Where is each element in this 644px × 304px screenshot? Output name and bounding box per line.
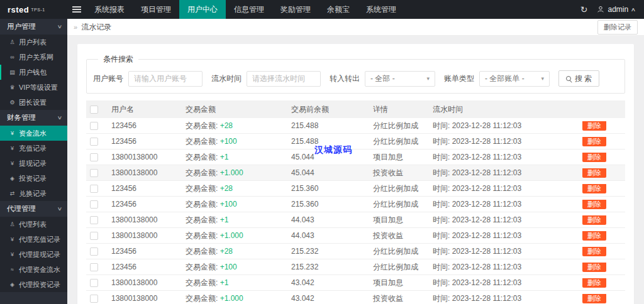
nav-item[interactable]: 系统管理: [358, 0, 404, 19]
nav-item[interactable]: 用户中心: [179, 0, 226, 19]
sidebar-item[interactable]: ⚙团长设置: [0, 95, 67, 110]
chevron-down-icon: ∨: [57, 206, 63, 212]
breadcrumb-title: 流水记录: [81, 22, 111, 33]
row-username: 123456: [110, 184, 184, 193]
delete-button[interactable]: 删除: [582, 137, 606, 146]
row-amount: 交易金额: +1: [184, 215, 290, 225]
flow-icon: ¥: [8, 130, 16, 136]
delete-button[interactable]: 删除: [582, 200, 606, 209]
sidebar-group-header[interactable]: 用户管理∨: [0, 19, 67, 35]
amount-label: 交易金额:: [186, 137, 220, 146]
col-amount: 交易金额: [184, 104, 290, 115]
account-input[interactable]: [128, 71, 203, 87]
time-input[interactable]: [247, 71, 321, 87]
sidebar-item-label: 代理资金流水: [19, 265, 60, 274]
sidebar-item-label: 用户列表: [19, 38, 47, 47]
amount-label: 交易金额:: [186, 215, 220, 224]
row-time: 时间: 2023-12-28 11:12:03: [431, 215, 581, 225]
nav-item[interactable]: 信息管理: [226, 0, 272, 19]
sidebar-item[interactable]: ¥资金流水: [0, 126, 67, 141]
row-select-cell: [86, 200, 110, 209]
sidebar-item[interactable]: ⇄兑换记录: [0, 186, 67, 201]
refresh-icon[interactable]: ↻: [580, 4, 588, 14]
nav-item[interactable]: 系统报表: [86, 0, 133, 19]
delete-button[interactable]: 删除: [582, 184, 606, 193]
delete-button[interactable]: 删除: [582, 278, 606, 288]
row-balance: 215.360: [290, 200, 372, 209]
sidebar-item[interactable]: ♙代理列表: [0, 217, 67, 232]
row-checkbox[interactable]: [90, 153, 98, 161]
row-select-cell: [86, 185, 110, 193]
network-icon: ∞: [8, 54, 16, 60]
sidebar-item[interactable]: ¥提现记录: [0, 156, 67, 171]
sidebar-item[interactable]: ◈投资记录: [0, 171, 67, 186]
select-all-checkbox[interactable]: [90, 106, 98, 114]
hamburger-icon: [72, 6, 81, 13]
sidebar-item[interactable]: ¥充值记录: [0, 141, 67, 156]
sidebar-item[interactable]: ∞用户关系网: [0, 50, 67, 65]
row-checkbox[interactable]: [90, 295, 98, 303]
sidebar-item[interactable]: ¥代理提现记录: [0, 247, 67, 262]
amount-value: +100: [220, 200, 237, 209]
row-detail: 投资收益: [372, 293, 431, 304]
row-checkbox[interactable]: [90, 122, 98, 130]
row-select-cell: [86, 153, 110, 161]
delete-button[interactable]: 删除: [582, 215, 606, 225]
row-balance: 44.043: [290, 231, 372, 240]
row-checkbox[interactable]: [90, 247, 98, 256]
row-checkbox[interactable]: [90, 185, 98, 193]
row-checkbox[interactable]: [90, 169, 98, 177]
sidebar-group-header[interactable]: 财务管理∨: [0, 110, 67, 126]
app-logo: rsted TPS-1: [0, 0, 67, 19]
user-menu[interactable]: admin ∧: [597, 5, 635, 14]
row-time: 时间: 2023-12-28 11:12:03: [431, 293, 581, 304]
bill-type-select[interactable]: - 全部账单 - ▾: [479, 71, 550, 87]
row-select-cell: [86, 138, 110, 146]
row-checkbox[interactable]: [90, 263, 98, 271]
nav-item[interactable]: 奖励管理: [272, 0, 319, 19]
table-row: 123456交易金额: +100215.360分红比例加成时间: 2023-12…: [86, 197, 625, 212]
logo-badge: TPS-1: [31, 8, 45, 12]
row-checkbox[interactable]: [90, 200, 98, 209]
topbar-nav: 系统报表项目管理用户中心信息管理奖励管理余额宝系统管理: [86, 0, 580, 19]
sidebar-item-label: VIP等级设置: [19, 83, 58, 92]
sidebar-item[interactable]: ♛VIP等级设置: [0, 80, 67, 95]
sidebar-group-header[interactable]: 代理管理∨: [0, 201, 67, 217]
invest-icon: ◈: [8, 175, 16, 182]
collapse-menu-button[interactable]: [67, 0, 86, 19]
amount-value: +1: [220, 278, 229, 287]
sidebar-item[interactable]: ◈代理投资记录: [0, 277, 67, 292]
row-checkbox[interactable]: [90, 138, 98, 146]
delete-button[interactable]: 删除: [582, 121, 606, 131]
amount-label: 交易金额:: [186, 294, 220, 303]
direction-select[interactable]: - 全部 - ▾: [365, 71, 435, 87]
row-balance: 215.232: [290, 247, 372, 256]
delete-button[interactable]: 删除: [582, 263, 606, 272]
row-balance: 215.360: [290, 184, 372, 193]
nav-item[interactable]: 项目管理: [133, 0, 179, 19]
row-checkbox[interactable]: [90, 216, 98, 224]
sidebar-item[interactable]: ♙用户列表: [0, 35, 67, 50]
row-checkbox[interactable]: [90, 279, 98, 287]
search-button[interactable]: 搜 索: [558, 70, 599, 87]
row-select-cell: [86, 169, 110, 177]
row-checkbox[interactable]: [90, 232, 98, 240]
wallet-icon: ▤: [8, 69, 16, 75]
sidebar-item[interactable]: ¥代理充值记录: [0, 232, 67, 247]
delete-button[interactable]: 删除: [582, 168, 606, 178]
agent-icon: ♙: [8, 221, 16, 227]
sidebar-item[interactable]: ≈代理资金流水: [0, 262, 67, 277]
chevron-down-icon: ▾: [541, 75, 544, 82]
col-balance: 交易前余额: [290, 104, 372, 115]
row-username: 123456: [110, 137, 184, 146]
sidebar: 用户管理∨♙用户列表∞用户关系网▤用户钱包♛VIP等级设置⚙团长设置财务管理∨¥…: [0, 19, 67, 304]
delete-button[interactable]: 删除: [582, 247, 606, 256]
delete-button[interactable]: 删除: [582, 294, 606, 303]
search-button-label: 搜 索: [575, 73, 592, 84]
delete-button[interactable]: 删除: [582, 231, 606, 241]
sidebar-item[interactable]: ▤用户钱包: [0, 65, 67, 80]
delete-button[interactable]: 删除: [582, 153, 606, 162]
nav-item[interactable]: 余额宝: [319, 0, 358, 19]
row-operations: 删除: [581, 184, 625, 193]
delete-records-button[interactable]: 删除记录: [597, 20, 638, 35]
